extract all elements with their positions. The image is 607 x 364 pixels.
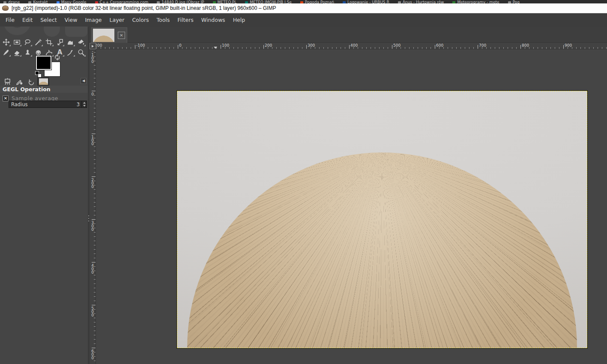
bookmark-item[interactable]: Kontakt (28, 0, 48, 3)
divider-grip-icon[interactable] (88, 215, 89, 223)
ruler-label: 200 (90, 178, 95, 188)
ruler-label: 700 (479, 43, 486, 48)
menu-layer[interactable]: Layer (106, 13, 129, 27)
radius-spinbox[interactable]: Radius 3 (9, 101, 87, 108)
image-thumbnail (39, 78, 48, 85)
ruler-corner-menu-button[interactable] (90, 43, 96, 49)
menu-colors[interactable]: Colors (128, 13, 152, 27)
radius-label: Radius (9, 101, 77, 107)
dock-tab-images[interactable] (37, 77, 49, 86)
dock-tab-device-status[interactable] (13, 77, 25, 86)
image-viewport[interactable] (96, 49, 607, 364)
gimp-window: dzaneKontaktMapy GoogleC++ Cprogramming.… (0, 0, 607, 364)
menu-windows[interactable]: Windows (197, 13, 229, 27)
bookmark-item[interactable]: C++ Cprogramming.com (95, 0, 149, 3)
canvas-image[interactable] (177, 91, 587, 348)
menu-edit[interactable]: Edit (18, 13, 36, 27)
ruler-label: 600 (436, 43, 443, 48)
ruler-tick (92, 176, 96, 177)
bucket-fill-tool[interactable] (76, 37, 87, 47)
unified-transform-icon (56, 39, 63, 46)
bookmark-item[interactable]: Anus - Hurtownia rów (398, 0, 444, 3)
menu-view[interactable]: View (61, 13, 81, 27)
spin-down-icon[interactable] (83, 105, 86, 107)
bookmark-item[interactable]: Logowanie - URBUS R (343, 0, 389, 3)
title-bar[interactable]: [rgb_g22] (imported)-1.0 (RGB color 32-b… (0, 3, 607, 13)
bookmark-label: METEO.PL (218, 0, 237, 3)
swap-colors-icon[interactable] (54, 54, 61, 61)
bookmark-item[interactable]: Mapy Google (57, 0, 87, 3)
menu-image[interactable]: Image (81, 13, 105, 27)
cage-transform-tool[interactable] (65, 37, 76, 47)
eraser-tool[interactable] (12, 47, 22, 57)
menu-help[interactable]: Help (229, 13, 249, 27)
bookmark-item[interactable]: dzane (3, 0, 20, 3)
menu-select[interactable]: Select (36, 13, 61, 27)
move-tool[interactable] (1, 37, 12, 47)
dock-tab-undo-history[interactable] (25, 77, 37, 86)
default-colors-icon[interactable] (35, 71, 42, 78)
ruler-tick (92, 91, 96, 91)
menu-tools[interactable]: Tools (153, 13, 174, 27)
bookmark-label: Mapy Google (61, 0, 87, 3)
radius-spinner[interactable] (81, 101, 87, 107)
bookmark-item[interactable]: METEO.PL (213, 0, 237, 3)
image-tab-thumbnail (93, 29, 114, 42)
unified-transform-tool[interactable] (54, 37, 65, 47)
window-title: [rgb_g22] (imported)-1.0 (RGB color 32-b… (12, 5, 276, 11)
dock-tab-tool-options[interactable] (1, 77, 13, 86)
clone-tool[interactable] (22, 47, 33, 57)
ruler-tick (92, 348, 96, 348)
image-tab[interactable]: ✕ (91, 27, 127, 43)
close-icon[interactable]: ✕ (118, 32, 125, 39)
bookmark-item[interactable]: Pog (508, 0, 520, 3)
ruler-tick (92, 134, 96, 134)
ruler-label: 300 (90, 221, 95, 231)
pen-status-icon (16, 78, 23, 85)
ruler-tick (92, 262, 96, 263)
sample-average-checkbox[interactable]: ✕ (3, 95, 9, 101)
foreground-color-swatch[interactable] (36, 56, 51, 70)
horizontal-ruler[interactable]: -200-1000100200300400500600700800900 (96, 43, 607, 49)
ruler-label: 500 (393, 43, 401, 48)
dock-menu-button[interactable]: ◀ (81, 78, 87, 84)
paintbrush-tool[interactable] (1, 47, 12, 57)
bookmark-item[interactable]: 14840 D.jpg (Obraz JP (157, 0, 204, 3)
wooden-sphere (187, 152, 577, 348)
ruler-label: -100 (90, 49, 95, 63)
bookmark-item[interactable]: Meteorogramy - mete (452, 0, 499, 3)
crop-tool[interactable] (44, 37, 54, 47)
menu-file[interactable]: File (2, 13, 18, 27)
tool-options-title: GEGL Operation (0, 86, 88, 93)
free-select-tool[interactable] (22, 37, 33, 47)
bookmark-item[interactable]: METEO IMGW-PIB I.Se (245, 0, 292, 3)
rectangle-select-icon (13, 39, 21, 46)
ruler-tick (349, 45, 350, 49)
menu-filters[interactable]: Filters (173, 13, 197, 27)
ruler-tick (435, 45, 435, 49)
fuzzy-select-tool[interactable] (33, 37, 44, 47)
spin-up-icon[interactable] (83, 102, 86, 104)
bookmark-label: dzane (8, 0, 20, 3)
ruler-label: 200 (265, 43, 272, 48)
ruler-tick (263, 45, 264, 49)
easel-icon (4, 78, 11, 85)
color-picker-tool[interactable] (65, 47, 76, 57)
ruler-label: 400 (350, 43, 358, 48)
ruler-tick (92, 219, 96, 220)
bookmark-label: Kontakt (33, 0, 48, 3)
ruler-tick (306, 45, 307, 49)
zoom-tool[interactable] (76, 47, 87, 57)
paintbrush-icon (3, 49, 10, 56)
vertical-ruler[interactable]: -1000100200300400500600 (90, 49, 96, 364)
bookmark-label: METEO IMGW-PIB I.Se (250, 0, 292, 3)
canvas-area: ✕ -200-1000100200300400500600700800900 -… (90, 27, 607, 364)
ruler-label: 400 (90, 263, 95, 274)
bookmark-item[interactable]: Pogoda Poznań (300, 0, 334, 3)
ruler-tick (478, 45, 478, 49)
rectangle-select-tool[interactable] (12, 37, 22, 47)
ruler-tick (135, 45, 135, 49)
ruler-label: 500 (90, 306, 95, 316)
bookmark-label: Logowanie - URBUS R (347, 0, 389, 3)
ruler-tick (178, 45, 178, 49)
